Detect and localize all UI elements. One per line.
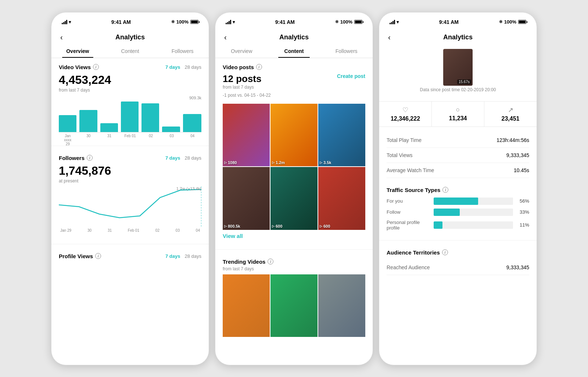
tab-overview-2[interactable]: Overview: [215, 45, 268, 58]
stat-comments: ○ 11,234: [432, 102, 484, 127]
detail-rows: Total Play Time 123h:44m:56s Total Views…: [379, 133, 537, 178]
profile-views-header: Profile Views i 7 days 28 days: [59, 253, 201, 259]
chart-label-7: 04: [183, 134, 201, 146]
audience-info-icon[interactable]: i: [442, 249, 448, 255]
video-thumb-2[interactable]: ▷ 1.2m: [270, 104, 318, 167]
video-posts-info-icon[interactable]: i: [256, 64, 262, 70]
line-label-1: Jan 29: [60, 228, 71, 232]
followers-info-icon[interactable]: i: [87, 155, 93, 161]
battery-pct-2: 100%: [340, 19, 352, 25]
video-overlay-5: ▷ 600: [272, 224, 282, 228]
video-thumb-4[interactable]: ▷ 800.5k: [223, 167, 270, 230]
play-icon-2: ▷: [272, 161, 275, 164]
video-grid: ▷ 1080 ▷ 1.2m ▷ 3.5k: [223, 104, 365, 230]
trending-section: Trending Videos i from last 7 days: [215, 253, 373, 343]
followers-section: Followers i 7 days 28 days 1,745,876 at …: [51, 149, 209, 241]
tab-overview-1[interactable]: Overview: [51, 45, 104, 58]
video-views-header: Video Views i 7 days 28 days: [59, 64, 201, 70]
traffic-pct-2: 33%: [516, 209, 529, 215]
create-post-btn[interactable]: Create post: [337, 73, 365, 79]
line-label-6: 03: [176, 228, 180, 232]
post-thumbnail[interactable]: 15.67s: [443, 49, 473, 86]
tab-content-2[interactable]: Content: [268, 45, 320, 58]
tab-followers-2[interactable]: Followers: [320, 45, 373, 58]
video-views-5: 600: [276, 224, 282, 228]
back-button-3[interactable]: ‹: [385, 32, 394, 43]
followers-header: Followers i 7 days 28 days: [59, 155, 201, 161]
divider-3: [215, 249, 373, 250]
line-max-label: 1.7m (+13.4k): [176, 186, 201, 191]
video-thumb-5[interactable]: ▷ 600: [270, 167, 318, 230]
divider-4: [379, 240, 537, 241]
battery-pct-1: 100%: [176, 19, 189, 25]
profile-views-info-icon[interactable]: i: [95, 253, 101, 259]
traffic-info-icon[interactable]: i: [442, 187, 448, 193]
reached-audience-row: Reached Audience 9,333,345: [387, 260, 529, 275]
period-7-btn[interactable]: 7 days: [165, 64, 180, 70]
video-thumb-1[interactable]: ▷ 1080: [223, 104, 270, 167]
bar-7: [183, 114, 201, 132]
trending-thumb-2[interactable]: [270, 274, 318, 337]
video-thumb-6[interactable]: ▷ 600: [318, 167, 365, 230]
status-right-3: ✲ 100%: [499, 19, 526, 25]
video-views-info-icon[interactable]: i: [93, 64, 99, 70]
chart-max-label: 909.3k: [189, 96, 201, 100]
total-play-time-value: 123h:44m:56s: [496, 137, 529, 143]
signal-bar-2-3: [229, 21, 230, 24]
posts-subtext2: -1 post vs. 04-15 - 04-22: [223, 93, 271, 98]
back-button-1[interactable]: ‹: [57, 32, 66, 43]
followers-title: Followers i: [59, 155, 93, 161]
video-thumb-3[interactable]: ▷ 3.5k: [318, 104, 365, 167]
wifi-icon-1: ▾: [69, 19, 71, 25]
avg-watch-label: Average Watch Time: [387, 167, 434, 173]
status-time-3: 9:41 AM: [439, 19, 459, 25]
posts-count: 12 posts: [223, 73, 271, 85]
traffic-row-2: Follow 33%: [387, 209, 529, 216]
profile-7-btn[interactable]: 7 days: [165, 253, 180, 259]
video-views-3: 3.5k: [323, 160, 331, 165]
period-28-btn[interactable]: 28 days: [184, 64, 201, 70]
battery-icon-2: [354, 20, 362, 24]
signal-bar-3-2: [391, 22, 392, 24]
trending-thumb-3[interactable]: [318, 274, 365, 337]
divider-2: [51, 244, 209, 244]
traffic-label-1: For you: [387, 198, 431, 204]
status-bar-2: ▾ 9:41 AM ✲ 100%: [215, 13, 373, 29]
signal-bar-3-4: [394, 20, 395, 24]
video-views-6: 600: [323, 224, 330, 228]
video-views-4: 800.5k: [228, 224, 240, 228]
play-icon-1: ▷: [224, 161, 227, 164]
line-label-5: 02: [155, 228, 159, 232]
back-button-2[interactable]: ‹: [221, 32, 230, 43]
share-icon: ↗: [484, 106, 537, 114]
signal-bar-2-1: [226, 23, 227, 24]
video-views-1: 1080: [228, 160, 237, 165]
total-views-row: Total Views 9,333,345: [387, 148, 529, 163]
trending-thumb-1[interactable]: [223, 274, 270, 337]
video-views-title: Video Views i: [59, 64, 99, 70]
followers-28-btn[interactable]: 28 days: [184, 155, 201, 161]
profile-28-btn[interactable]: 28 days: [184, 253, 201, 259]
traffic-bar-wrap-1: [434, 198, 513, 205]
trending-info-icon[interactable]: i: [268, 259, 273, 264]
traffic-label-3: Personal profileprofile: [387, 220, 431, 231]
signal-bar-2-4: [230, 20, 231, 24]
bars-container: [59, 96, 201, 132]
video-overlay-1: ▷ 1080: [224, 160, 237, 165]
traffic-pct-1: 56%: [516, 198, 529, 204]
video-views-number: 4,453,224: [59, 73, 201, 87]
trending-header: Trending Videos i: [223, 259, 365, 265]
tab-followers-1[interactable]: Followers: [156, 45, 209, 58]
signal-bars-3: [390, 20, 395, 24]
tab-content-1[interactable]: Content: [104, 45, 157, 58]
profile-views-title: Profile Views i: [59, 253, 101, 259]
phones-container: ▾ 9:41 AM ✲ 100% ‹ Analytics Overview Co…: [44, 5, 544, 373]
bluetooth-icon-2: ✲: [335, 19, 338, 24]
signal-bar-3: [65, 21, 66, 24]
followers-number: 1,745,876: [59, 164, 201, 178]
phone-1-scroll: Video Views i 7 days 28 days 4,453,224 f…: [51, 58, 209, 365]
video-views-chart: 909.3k Janxxxx29 30 31 Feb 0: [59, 96, 201, 140]
view-all-btn[interactable]: View all: [223, 233, 365, 239]
likes-count: 12,346,222: [379, 115, 431, 122]
followers-7-btn[interactable]: 7 days: [165, 155, 180, 161]
